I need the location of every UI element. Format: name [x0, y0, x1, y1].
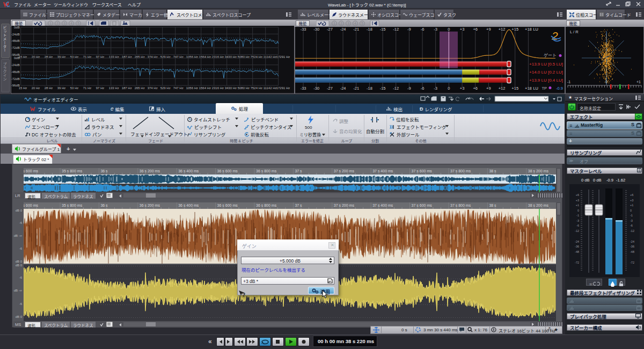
svg-text:38 s 200 ms: 38 s 200 ms: [528, 203, 549, 207]
svg-text:38 s: 38 s: [489, 169, 496, 173]
svg-text:71 Hz: 71 Hz: [83, 86, 92, 90]
svg-text:+1: +1: [630, 203, 633, 207]
svg-text:1056 Hz: 1056 Hz: [186, 86, 198, 90]
svg-text:+13.9 LU [0.5 LU]: +13.9 LU [0.5 LU]: [529, 62, 563, 67]
svg-text:ゲート: ゲート: [544, 53, 557, 58]
svg-text:5: 5: [77, 21, 79, 25]
svg-text:-48dB: -48dB: [11, 39, 20, 42]
svg-text:dB -∞: dB -∞: [14, 234, 22, 237]
svg-text:-27: -27: [327, 27, 333, 32]
svg-text:2: 2: [340, 21, 342, 25]
svg-text:37 s 200 ms: 37 s 200 ms: [334, 203, 355, 207]
svg-text:-6: -6: [19, 247, 23, 250]
svg-text:-6: -6: [19, 221, 23, 224]
svg-text:-3: -3: [434, 27, 437, 32]
svg-text:-6: -6: [576, 224, 579, 227]
svg-text:+3: +3: [576, 199, 579, 202]
svg-text:37 s 200 ms: 37 s 200 ms: [334, 169, 355, 173]
svg-text:4: 4: [354, 21, 356, 25]
svg-text:-33: -33: [301, 86, 306, 91]
svg-text:-72dB: -72dB: [11, 77, 20, 81]
svg-text:0: 0: [605, 80, 608, 84]
svg-text:-12: -12: [393, 86, 399, 91]
svg-text:-24dB: -24dB: [11, 63, 20, 67]
svg-text:+6: +6: [473, 27, 478, 32]
svg-text:-3: -3: [630, 219, 633, 222]
svg-text:747 Hz: 747 Hz: [173, 86, 184, 90]
svg-text:1564 Hz: 1564 Hz: [199, 86, 211, 90]
svg-text:38 s 200 ms: 38 s 200 ms: [528, 169, 549, 173]
svg-text:-12: -12: [393, 27, 399, 32]
svg-text:-72: -72: [575, 261, 579, 264]
svg-text:-24dB: -24dB: [11, 33, 20, 36]
svg-text:-36: -36: [575, 245, 579, 248]
svg-text:3430 Hz: 3430 Hz: [225, 86, 237, 90]
svg-text:37 s 400 ms: 37 s 400 ms: [372, 169, 393, 173]
svg-text:LU: LU: [533, 86, 538, 91]
svg-text:dB 0: dB 0: [16, 264, 23, 267]
svg-text:+3: +3: [460, 86, 465, 91]
svg-text:-36: -36: [630, 245, 634, 248]
svg-text:-72dB: -72dB: [11, 46, 20, 49]
svg-text:+1: +1: [576, 203, 579, 207]
svg-text:5080 Hz: 5080 Hz: [238, 86, 250, 90]
svg-text:=: =: [589, 281, 592, 287]
svg-text:+3: +3: [630, 199, 633, 202]
svg-text:97 Hz: 97 Hz: [96, 86, 105, 90]
svg-text:37 s: 37 s: [295, 203, 302, 207]
svg-text:36 s 600 ms: 36 s 600 ms: [217, 203, 238, 207]
svg-text:-1: -1: [576, 214, 579, 217]
svg-text:1: 1: [333, 21, 335, 25]
svg-text:36 s: 36 s: [100, 169, 108, 173]
svg-text:-0.9: -0.9: [556, 86, 563, 91]
svg-text:-6: -6: [630, 224, 633, 227]
svg-text:35 s 800 ms: 35 s 800 ms: [62, 203, 83, 207]
svg-text:-12: -12: [630, 229, 634, 232]
svg-text:s 600 ms: s 600 ms: [24, 169, 38, 173]
svg-text:39 Hz: 39 Hz: [57, 86, 66, 90]
svg-text:37 s: 37 s: [295, 169, 302, 173]
svg-text:374 Hz: 374 Hz: [148, 86, 158, 90]
svg-text:-9: -9: [407, 86, 411, 91]
svg-text:-24: -24: [340, 27, 346, 32]
svg-text:-24: -24: [630, 240, 634, 243]
svg-text:-15: -15: [380, 86, 386, 91]
svg-text:3: 3: [347, 21, 349, 25]
svg-text:2: 2: [56, 21, 58, 25]
svg-text:-48: -48: [575, 250, 579, 253]
svg-text:53 Hz: 53 Hz: [70, 86, 79, 90]
svg-text:36 s 400 ms: 36 s 400 ms: [178, 203, 199, 207]
svg-text:1: 1: [49, 21, 52, 25]
svg-text:36 s 800 ms: 36 s 800 ms: [256, 169, 277, 173]
svg-text:-33: -33: [301, 27, 306, 32]
svg-text:-30: -30: [313, 27, 319, 32]
svg-text:-15: -15: [380, 27, 386, 32]
svg-text:+1: +1: [636, 80, 641, 84]
svg-text:+15: +15: [511, 27, 518, 32]
svg-text:529 Hz: 529 Hz: [160, 86, 171, 90]
svg-text:0: 0: [448, 86, 450, 91]
svg-text:-1: -1: [630, 214, 633, 217]
svg-text:36 s 400 ms: 36 s 400 ms: [178, 169, 199, 173]
svg-text:37 s 800 ms: 37 s 800 ms: [450, 169, 471, 173]
svg-text:265 Hz: 265 Hz: [135, 86, 145, 90]
svg-text:187 Hz: 187 Hz: [122, 86, 132, 90]
svg-text:36 s 600 ms: 36 s 600 ms: [217, 169, 238, 173]
svg-text:-6: -6: [19, 302, 23, 306]
svg-text:+9: +9: [486, 86, 491, 91]
svg-text:-1: -1: [567, 80, 570, 84]
svg-text:3: 3: [63, 21, 65, 25]
svg-text:s 600 ms: s 600 ms: [24, 203, 38, 207]
svg-text:dB 0: dB 0: [16, 209, 23, 212]
svg-text:0dB: 0dB: [14, 56, 20, 60]
svg-text:+18: +18: [525, 27, 532, 32]
svg-text:+12: +12: [499, 27, 506, 32]
svg-text:+13.9 LU [0.4 LU]: +13.9 LU [0.4 LU]: [529, 78, 563, 83]
svg-text:28 Hz: 28 Hz: [45, 86, 53, 90]
svg-text:133 Hz: 133 Hz: [109, 86, 119, 90]
svg-text:0dB: 0dB: [14, 26, 20, 29]
svg-text:-48: -48: [630, 250, 634, 253]
svg-text:36 s: 36 s: [100, 203, 108, 207]
svg-text:37 s 600 ms: 37 s 600 ms: [412, 203, 433, 207]
svg-text:-18: -18: [367, 86, 372, 91]
